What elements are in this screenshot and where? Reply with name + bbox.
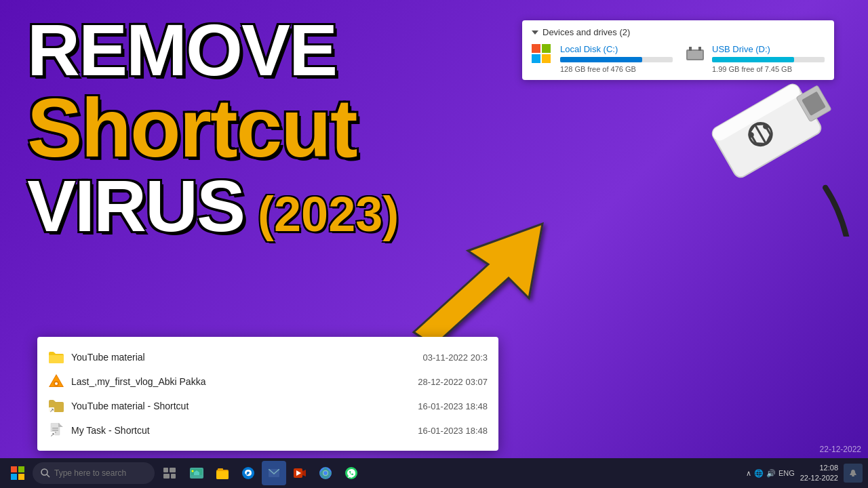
drive-c-progress-bar [560, 57, 673, 62]
file-name-1: YouTube material [71, 352, 416, 363]
svg-rect-40 [170, 468, 176, 472]
file-explorer-panel: YouTube material 03-11-2022 20:3 Last_,m… [37, 337, 498, 451]
svg-rect-60 [852, 475, 854, 476]
svg-point-37 [41, 469, 47, 475]
svg-rect-41 [163, 474, 170, 479]
whatsapp-icon[interactable] [339, 461, 363, 485]
svg-point-57 [323, 471, 328, 475]
svg-marker-27 [58, 423, 63, 427]
svg-point-46 [192, 470, 194, 472]
file-date-1: 03-11-2022 20:3 [423, 352, 488, 363]
devices-header: Devices and drives (2) [532, 27, 825, 37]
start-button[interactable] [5, 461, 30, 485]
tray-icons: ∧ 🌐 🔊 ENG [746, 469, 795, 478]
volume-icon: 🔊 [766, 469, 776, 478]
drive-usb-name: USB Drive (D:) [712, 44, 825, 54]
drive-c-icon [532, 44, 555, 63]
edge-browser-icon[interactable] [236, 461, 260, 485]
file-row-1[interactable]: YouTube material 03-11-2022 20:3 [43, 345, 493, 369]
file-name-4: My Task - Shortcut [71, 425, 411, 436]
file-row-3[interactable]: ↗ YouTube material - Shortcut 16-01-2023… [43, 394, 493, 418]
title-virus: VIRUS [27, 169, 244, 243]
system-tray: ∧ 🌐 🔊 ENG 12:08 22-12-2022 [746, 463, 863, 484]
svg-text:↗: ↗ [50, 407, 54, 413]
notification-icon [848, 468, 858, 478]
taskbar: ∧ 🌐 🔊 ENG 12:08 22-12-2022 [0, 458, 868, 488]
language-label: ENG [778, 469, 795, 477]
file-date-2: 28-12-2022 03:07 [418, 377, 488, 387]
usb-drive-image [685, 54, 868, 230]
svg-rect-4 [698, 47, 701, 51]
task-view-button[interactable] [157, 461, 182, 485]
drive-c-name: Local Disk (C:) [560, 44, 673, 54]
drive-c-space: 128 GB free of 476 GB [560, 65, 673, 73]
file-date-3: 16-01-2023 18:48 [418, 401, 488, 411]
file-date-4: 16-01-2023 18:48 [418, 426, 488, 436]
taskbar-app-icons [184, 461, 363, 485]
svg-rect-48 [216, 471, 229, 479]
search-input[interactable] [54, 468, 142, 478]
svg-rect-34 [18, 466, 24, 472]
svg-point-23 [55, 382, 58, 385]
svg-rect-29 [52, 430, 58, 431]
title-year: (2023) [258, 190, 399, 239]
tray-expand[interactable]: ∧ [746, 469, 751, 478]
watermark-date: 22-12-2022 [820, 445, 861, 454]
search-box[interactable] [33, 462, 155, 484]
shortcut-folder-icon-3: ↗ [48, 398, 64, 414]
notification-button[interactable] [844, 464, 863, 483]
file-explorer-taskbar-icon[interactable] [210, 461, 235, 485]
network-icon: 🌐 [754, 469, 764, 478]
devices-title: Devices and drives (2) [542, 27, 630, 37]
search-icon [41, 468, 50, 478]
arrow-graphic [393, 210, 583, 346]
drive-c-info: Local Disk (C:) 128 GB free of 476 GB [560, 44, 673, 73]
svg-rect-33 [11, 466, 17, 472]
file-name-3: YouTube material - Shortcut [71, 401, 411, 411]
drive-item-c[interactable]: Local Disk (C:) 128 GB free of 476 GB [532, 44, 673, 73]
folder-icon-1 [48, 349, 64, 365]
shortcut-doc-icon-4: ↗ [48, 422, 64, 439]
svg-marker-0 [414, 224, 542, 346]
svg-rect-42 [171, 474, 176, 479]
system-clock[interactable]: 12:08 22-12-2022 [800, 463, 838, 484]
svg-rect-39 [163, 468, 168, 472]
svg-rect-49 [218, 468, 223, 471]
mail-icon[interactable] [262, 461, 286, 485]
chrome-icon[interactable] [313, 461, 338, 485]
svg-rect-35 [11, 474, 17, 480]
file-name-2: Last_,my_first_vlog_Abki Pakka [71, 376, 411, 387]
chevron-down-icon [532, 30, 538, 35]
file-row-2[interactable]: Last_,my_first_vlog_Abki Pakka 28-12-202… [43, 369, 493, 394]
svg-rect-36 [18, 474, 24, 480]
clock-date: 22-12-2022 [800, 473, 838, 483]
thumbnail-icon[interactable] [184, 461, 209, 485]
svg-text:↗: ↗ [50, 432, 55, 438]
windows-logo-icon [532, 44, 551, 63]
svg-marker-53 [302, 470, 306, 476]
title-shortcut: Shortcut [27, 87, 488, 169]
drive-c-progress-fill [560, 57, 642, 62]
video-icon[interactable] [288, 461, 312, 485]
main-title-block: REMOVE Shortcut VIRUS (2023) [27, 14, 488, 243]
title-remove: REMOVE [27, 14, 488, 87]
clock-time: 12:08 [800, 463, 838, 473]
svg-rect-3 [689, 47, 692, 51]
svg-point-50 [242, 467, 254, 479]
file-row-4[interactable]: ↗ My Task - Shortcut 16-01-2023 18:48 [43, 418, 493, 443]
svg-line-38 [47, 474, 50, 477]
svg-rect-28 [52, 428, 58, 429]
vlc-icon-2 [48, 373, 64, 390]
